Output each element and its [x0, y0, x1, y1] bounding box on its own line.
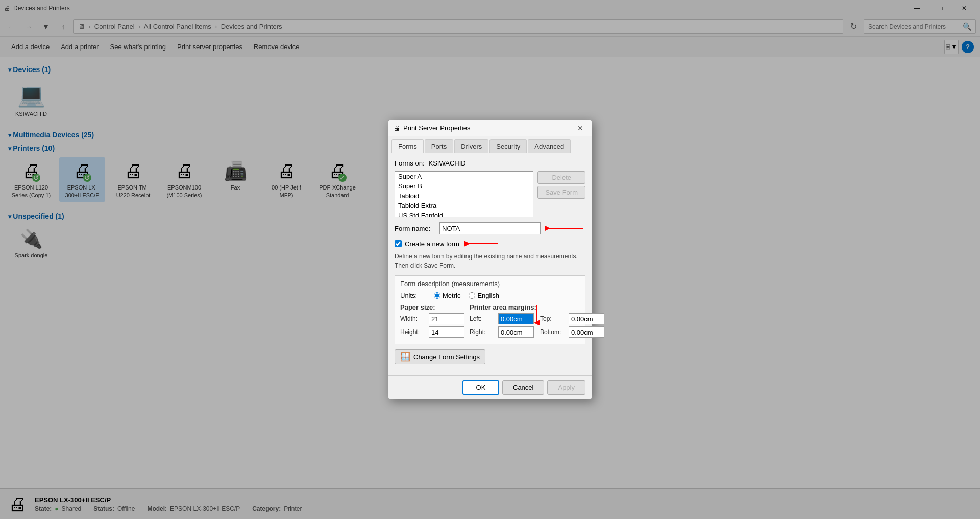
radio-group-units: Metric English: [434, 292, 499, 299]
english-label[interactable]: English: [477, 292, 499, 299]
form-item-us-std-fanfold[interactable]: US Std Fanfold: [395, 210, 533, 217]
change-form-settings-label: Change Form Settings: [413, 353, 480, 361]
tab-advanced[interactable]: Advanced: [528, 139, 571, 153]
measurements-grid: Paper size: Width: Height: Printer area …: [400, 303, 580, 340]
paper-size-col: Paper size: Width: Height:: [400, 303, 464, 340]
modal-icon: 🖨: [394, 124, 400, 132]
form-desc-title: Form description (measurements): [400, 280, 580, 288]
width-label: Width:: [400, 315, 426, 322]
metric-label[interactable]: Metric: [443, 292, 460, 299]
cancel-button[interactable]: Cancel: [502, 380, 544, 395]
form-name-label: Form name:: [395, 225, 435, 232]
form-item-super-b[interactable]: Super B: [395, 181, 533, 191]
margins-col: Printer area margins: Left: Top: Right: …: [470, 303, 604, 340]
windows-icon: 🪟: [400, 352, 410, 362]
forms-on-row: Forms on: KSIWACHID: [395, 159, 585, 167]
modal-title-text: Print Server Properties: [403, 124, 471, 132]
create-form-arrow: [464, 239, 500, 249]
tab-security[interactable]: Security: [489, 139, 527, 153]
metric-radio-item: Metric: [434, 292, 460, 299]
ok-button[interactable]: OK: [462, 380, 499, 395]
delete-button[interactable]: Delete: [537, 171, 585, 184]
tab-forms[interactable]: Forms: [391, 139, 424, 153]
top-label: Top:: [540, 315, 566, 322]
english-radio-item: English: [469, 292, 499, 299]
form-description-box: Form description (measurements) Units: M…: [395, 275, 585, 344]
left-row: Left: Top:: [470, 313, 604, 324]
form-name-arrow: [545, 223, 585, 233]
create-new-form-label[interactable]: Create a new form: [405, 240, 459, 248]
paper-size-title: Paper size:: [400, 303, 464, 311]
tab-drivers[interactable]: Drivers: [454, 139, 488, 153]
modal-footer: OK Cancel Apply: [388, 375, 592, 399]
right-row: Right: Bottom:: [470, 326, 604, 338]
forms-on-value: KSIWACHID: [429, 159, 466, 167]
create-new-form-checkbox[interactable]: [395, 240, 402, 247]
forms-list-buttons: Delete Save Form: [537, 171, 585, 217]
form-item-super-a[interactable]: Super A: [395, 172, 533, 181]
form-name-input[interactable]: [439, 222, 541, 234]
units-row: Units: Metric English: [400, 292, 580, 299]
english-radio[interactable]: [469, 292, 475, 299]
modal-body: Forms on: KSIWACHID Super A Super B Tabl…: [388, 153, 592, 375]
width-row: Width:: [400, 313, 464, 324]
units-label: Units:: [400, 292, 426, 299]
forms-list[interactable]: Super A Super B Tabloid Tabloid Extra US…: [395, 171, 533, 217]
height-input[interactable]: [429, 326, 464, 338]
modal-title-bar: 🖨 Print Server Properties ✕: [388, 120, 592, 136]
metric-radio[interactable]: [434, 292, 440, 299]
margins-title: Printer area margins:: [470, 303, 604, 311]
bottom-input[interactable]: [569, 326, 604, 338]
height-label: Height:: [400, 328, 426, 336]
top-input[interactable]: [569, 313, 604, 324]
change-form-settings-button[interactable]: 🪟 Change Form Settings: [395, 349, 485, 364]
width-input[interactable]: [429, 313, 464, 324]
forms-list-wrapper: Super A Super B Tabloid Tabloid Extra US…: [395, 171, 585, 217]
save-form-button[interactable]: Save Form: [537, 186, 585, 199]
left-label: Left:: [470, 315, 495, 322]
form-description-text: Define a new form by editing the existin…: [395, 252, 585, 270]
left-input[interactable]: [498, 313, 534, 324]
apply-button[interactable]: Apply: [547, 380, 585, 395]
form-item-tabloid-extra[interactable]: Tabloid Extra: [395, 201, 533, 210]
modal-close-button[interactable]: ✕: [574, 122, 586, 134]
tab-ports[interactable]: Ports: [425, 139, 453, 153]
right-label: Right:: [470, 328, 495, 336]
modal-overlay: 🖨 Print Server Properties ✕ Forms Ports …: [0, 0, 980, 519]
modal-tab-bar: Forms Ports Drivers Security Advanced: [388, 136, 592, 153]
right-input[interactable]: [498, 326, 534, 338]
print-server-properties-dialog: 🖨 Print Server Properties ✕ Forms Ports …: [388, 120, 592, 399]
height-row: Height:: [400, 326, 464, 338]
form-name-row: Form name:: [395, 222, 585, 234]
create-new-form-row: Create a new form: [395, 239, 585, 249]
modal-title: 🖨 Print Server Properties: [394, 124, 471, 132]
form-item-tabloid[interactable]: Tabloid: [395, 191, 533, 201]
bottom-label: Bottom:: [540, 328, 566, 336]
forms-on-label: Forms on:: [395, 159, 425, 167]
